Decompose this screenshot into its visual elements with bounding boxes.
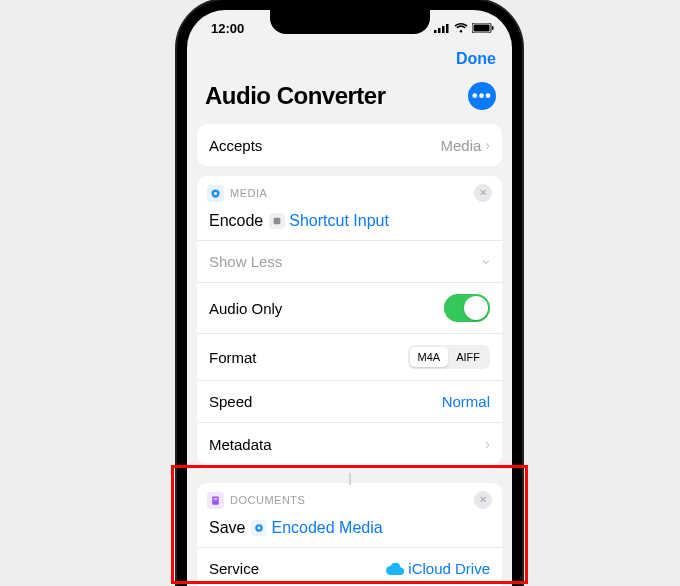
accepts-label: Accepts [209,137,262,154]
wifi-icon [454,23,468,33]
icloud-icon [386,562,404,576]
more-options-button[interactable]: ••• [468,82,496,110]
metadata-row[interactable]: Metadata › [197,423,502,465]
close-icon: ✕ [479,188,487,198]
encode-action-header: MEDIA ✕ [197,176,502,206]
close-icon: ✕ [479,495,487,505]
encode-verb: Encode [209,212,263,230]
speed-row[interactable]: Speed Normal [197,381,502,423]
phone-frame: 12:00 Done Audio Converter ••• [177,0,522,586]
accepts-value: Media › [440,137,490,154]
svg-rect-3 [446,24,449,33]
magic-variable-icon [269,213,285,229]
ellipsis-icon: ••• [472,87,492,105]
media-app-icon [207,185,224,202]
svg-rect-1 [438,28,441,33]
service-label: Service [209,560,259,577]
battery-icon [472,23,494,33]
status-time: 12:00 [211,21,244,36]
chevron-down-icon: › [480,259,496,264]
svg-rect-12 [214,499,218,500]
audio-only-toggle[interactable] [444,294,490,322]
save-action-card: DOCUMENTS ✕ Save Encoded Media Service [197,483,502,586]
documents-app-icon [207,492,224,509]
shortcut-input-token[interactable]: Shortcut Input [269,212,389,230]
done-button[interactable]: Done [456,50,496,68]
chevron-right-icon: › [485,436,490,452]
svg-rect-10 [212,496,218,504]
media-variable-icon [251,520,267,536]
delete-encode-button[interactable]: ✕ [474,184,492,202]
audio-only-label: Audio Only [209,300,282,317]
save-section-label: DOCUMENTS [230,494,305,506]
delete-save-button[interactable]: ✕ [474,491,492,509]
format-label: Format [209,349,257,366]
svg-rect-9 [274,218,281,225]
phone-notch [270,10,430,34]
phone-screen: 12:00 Done Audio Converter ••• [187,10,512,586]
show-less-row[interactable]: Show Less › [197,241,502,283]
speed-label: Speed [209,393,252,410]
status-indicators [434,23,494,33]
encode-action-card: MEDIA ✕ Encode Shortcut Input Show Less … [197,176,502,465]
chevron-right-icon: › [485,137,490,153]
accepts-row[interactable]: Accepts Media › [197,124,502,166]
svg-rect-2 [442,26,445,33]
encode-section-label: MEDIA [230,187,267,199]
speed-value: Normal [442,393,490,410]
show-less-label: Show Less [209,253,282,270]
svg-rect-6 [492,26,494,30]
service-value: iCloud Drive [386,560,490,577]
svg-rect-5 [474,25,490,32]
cellular-signal-icon [434,23,450,33]
accepts-card: Accepts Media › [197,124,502,166]
format-option-aiff[interactable]: AIFF [448,347,488,367]
metadata-label: Metadata [209,436,272,453]
svg-rect-0 [434,30,437,33]
audio-only-row: Audio Only [197,283,502,334]
service-row[interactable]: Service iCloud Drive [197,548,502,586]
format-option-m4a[interactable]: M4A [410,347,449,367]
page-title: Audio Converter [205,82,386,110]
save-action-main: Save Encoded Media [197,513,502,548]
svg-point-14 [258,527,261,530]
save-action-header: DOCUMENTS ✕ [197,483,502,513]
header: Done [187,46,512,76]
metadata-chevron: › [485,436,490,452]
save-verb: Save [209,519,245,537]
encode-action-main: Encode Shortcut Input [197,206,502,241]
format-row: Format M4A AIFF [197,334,502,381]
encoded-media-token[interactable]: Encoded Media [251,519,382,537]
format-segmented-control[interactable]: M4A AIFF [408,345,490,369]
svg-rect-11 [214,498,218,499]
title-row: Audio Converter ••• [187,76,512,124]
svg-point-8 [214,191,217,194]
